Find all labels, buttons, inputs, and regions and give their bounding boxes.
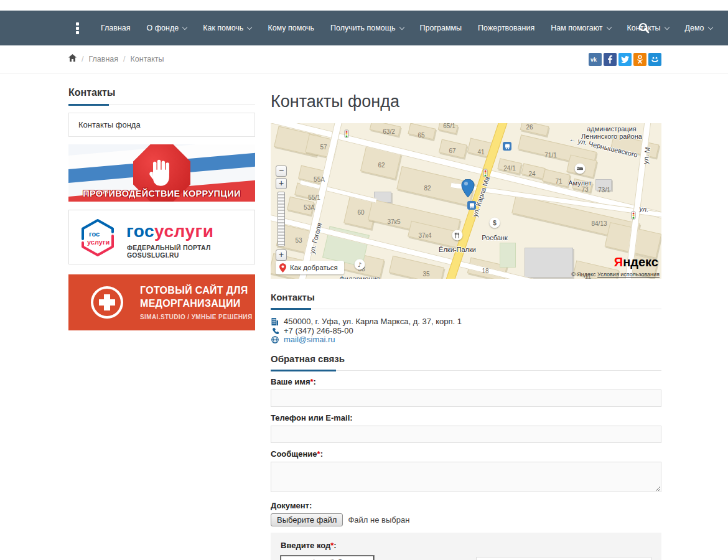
sidebar-menu-item-1[interactable]: Контакты фонда bbox=[69, 113, 254, 136]
map-building-number: 65/1 bbox=[443, 123, 455, 129]
map-building bbox=[525, 248, 573, 278]
main-content: Контакты фонда ← ул. Чернышевскогоул. Го… bbox=[271, 87, 661, 560]
map-building-number: 18 bbox=[482, 268, 488, 274]
social-twitter-icon[interactable] bbox=[618, 53, 632, 66]
nav-item-3[interactable]: Как помочь bbox=[195, 17, 259, 39]
breadcrumb-home-icon[interactable] bbox=[68, 54, 77, 63]
accessibility-menu-icon[interactable] bbox=[76, 22, 79, 34]
yandex-map[interactable]: ← ул. Чернышевскогоул. Гоголяул. Карла М… bbox=[271, 123, 661, 279]
map-place-label: Росбанк bbox=[482, 234, 508, 241]
map-zoom-slider[interactable] bbox=[278, 192, 285, 246]
map-building-number: 82 bbox=[424, 185, 431, 192]
breadcrumb-bar: /Главная/Контакты vk bbox=[0, 45, 728, 73]
nav-item-8[interactable]: Нам помогают bbox=[543, 17, 618, 39]
banner-anticorruption[interactable]: ПРОТИВОДЕЙСТВИЕ КОРРУПЦИИ bbox=[68, 144, 255, 202]
choose-file-button[interactable]: Выберите файл bbox=[271, 513, 343, 526]
name-input[interactable] bbox=[271, 390, 661, 407]
map-zoom-in-button[interactable]: + bbox=[276, 178, 287, 189]
map-building-number: 73/1 bbox=[598, 187, 610, 194]
map-building-number: 55/1 bbox=[308, 194, 320, 201]
feedback-form: Ваше имя*:Телефон или E-mail:Сообщение*: bbox=[271, 377, 661, 495]
map-placemark-icon[interactable] bbox=[461, 179, 475, 200]
chevron-down-icon bbox=[664, 25, 669, 30]
feedback-section: Обратная связь Ваше имя*:Телефон или E-m… bbox=[271, 353, 661, 560]
social-moimir-icon[interactable] bbox=[648, 53, 661, 66]
sidebar: Контакты Контакты фонда ПРОТИВОДЕЙСТВИЕ … bbox=[68, 87, 255, 330]
nav-item-2[interactable]: О фонде bbox=[139, 17, 195, 39]
phone-row: +7 (347) 246-85-00 bbox=[271, 327, 661, 336]
nav-item-6[interactable]: Программы bbox=[412, 17, 470, 39]
map-building-number: 62 bbox=[378, 162, 385, 169]
field-label-message: Сообщение*: bbox=[271, 449, 661, 459]
map-building-number: 84/13 bbox=[591, 220, 607, 227]
breadcrumb: /Главная/Контакты bbox=[68, 54, 164, 63]
email-link[interactable]: mail@simai.ru bbox=[284, 335, 335, 345]
chevron-down-icon bbox=[247, 25, 252, 30]
medical-cross-icon bbox=[91, 286, 123, 319]
sidebar-menu: Контакты фонда bbox=[68, 113, 255, 137]
traffic-light-icon bbox=[345, 130, 349, 138]
address-row: 450000, г. Уфа, ул. Карла Маркса, д. 37,… bbox=[271, 317, 661, 327]
main-nav: ГлавнаяО фондеКак помочьКому помочьПолуч… bbox=[93, 17, 721, 39]
map-building-number: 60 bbox=[357, 209, 364, 216]
yandex-logo[interactable]: Яндекс bbox=[614, 255, 658, 269]
banner-gosuslugi[interactable]: гос услуги госуслуги ФЕДЕРАЛЬНЫЙ ПОРТАЛ … bbox=[68, 210, 255, 264]
nav-item-5[interactable]: Получить помощь bbox=[322, 17, 411, 39]
field-label-phone-email: Телефон или E-mail: bbox=[271, 413, 661, 422]
nav-item-1[interactable]: Главная bbox=[93, 17, 139, 39]
map-attribution: © Яндекс Условия использования bbox=[571, 271, 660, 278]
map-place-label: Амулет bbox=[568, 179, 592, 187]
nav-item-10[interactable]: Демо bbox=[677, 17, 721, 39]
map-zoom-in-button-2[interactable]: + bbox=[276, 250, 287, 261]
map-building-number: 53А bbox=[304, 204, 315, 211]
search-icon[interactable] bbox=[638, 22, 650, 37]
route-button[interactable]: Как добраться bbox=[276, 261, 344, 274]
map-building-number: 37к5 bbox=[387, 218, 400, 225]
feedback-section-title: Обратная связь bbox=[271, 353, 661, 371]
file-field: Выберите файл Файл не выбран bbox=[271, 513, 661, 526]
social-vk-icon[interactable]: vk bbox=[589, 53, 602, 66]
message-input[interactable] bbox=[271, 462, 661, 492]
map-building bbox=[520, 123, 549, 136]
map-zoom-controls: − + + bbox=[276, 166, 287, 262]
banner-medsite-subtitle: SIMAI.STUDIO / УМНЫЕ РЕШЕНИЯ bbox=[140, 314, 253, 320]
banner-medsite[interactable]: ГОТОВЫЙ САЙТ ДЛЯ МЕДОРГАНИЗАЦИИ SIMAI.ST… bbox=[68, 274, 255, 330]
bus-stop-icon bbox=[503, 142, 511, 151]
map-street-label: ул. bbox=[639, 205, 649, 213]
nav-item-4[interactable]: Кому помочь bbox=[259, 17, 322, 39]
address-text: 450000, г. Уфа, ул. Карла Маркса, д. 37,… bbox=[284, 317, 462, 327]
map-zoom-out-button[interactable]: − bbox=[276, 166, 287, 177]
captcha-panel: Введите код*: GYM6F bbox=[271, 533, 661, 560]
email-row: mail@simai.ru bbox=[271, 335, 661, 345]
contacts-section: Контакты 450000, г. Уфа, ул. Карла Маркс… bbox=[271, 292, 661, 345]
map-building bbox=[500, 243, 516, 268]
gosuslugi-logo-icon: гос услуги bbox=[80, 219, 115, 259]
map-place-label: администрацияЛенинского района bbox=[581, 125, 642, 140]
map-terms-link[interactable]: Условия использования bbox=[597, 271, 660, 278]
map-building-number: 35 bbox=[422, 271, 429, 278]
social-links: vk bbox=[589, 53, 661, 66]
map-building-number: 37к4 bbox=[418, 232, 431, 239]
breadcrumb-item-1[interactable]: Главная bbox=[88, 55, 118, 63]
map-place-label: Филармония bbox=[339, 275, 380, 279]
phone-email-input[interactable] bbox=[271, 426, 661, 443]
nav-item-7[interactable]: Пожертвования bbox=[470, 17, 543, 39]
contacts-section-title: Контакты bbox=[271, 292, 661, 309]
banner-anticorruption-title: ПРОТИВОДЕЙСТВИЕ КОРРУПЦИИ bbox=[68, 189, 255, 198]
file-field-label: Документ: bbox=[271, 501, 661, 510]
red-pin-icon bbox=[279, 263, 286, 273]
banner-medsite-line2: МЕДОРГАНИЗАЦИИ bbox=[140, 298, 241, 309]
social-facebook-icon[interactable] bbox=[604, 53, 617, 66]
svg-text:гос: гос bbox=[89, 230, 100, 238]
phone-text: +7 (347) 246-85-00 bbox=[284, 327, 353, 336]
chevron-down-icon bbox=[182, 25, 187, 30]
breadcrumb-separator: / bbox=[82, 55, 83, 63]
map-poi-hotel-icon bbox=[575, 164, 586, 174]
social-odnoklassniki-icon[interactable] bbox=[633, 53, 646, 66]
captcha-letter: M bbox=[320, 556, 336, 560]
required-asterisk: * bbox=[317, 449, 320, 459]
gosuslugi-wordmark: госуслуги bbox=[126, 222, 213, 241]
map-building-number: 26 bbox=[526, 124, 533, 131]
map-poi-bank-icon: $ bbox=[490, 218, 500, 228]
captcha-input[interactable] bbox=[476, 557, 651, 560]
